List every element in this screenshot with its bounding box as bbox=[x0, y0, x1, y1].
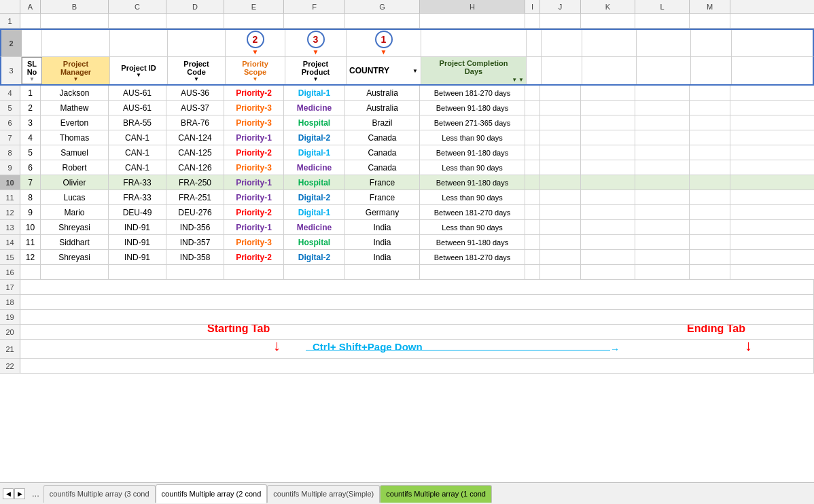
cell-i9[interactable] bbox=[525, 160, 540, 175]
cell-f5[interactable]: Medicine bbox=[284, 101, 345, 115]
cell-a15[interactable]: 12 bbox=[20, 250, 41, 264]
cell-k14[interactable] bbox=[581, 235, 635, 249]
cell-k15[interactable] bbox=[581, 250, 635, 264]
cell-a12[interactable]: 9 bbox=[20, 205, 41, 219]
cell-b13[interactable]: Shreyasi bbox=[41, 220, 109, 234]
cell-l7[interactable] bbox=[635, 130, 690, 145]
cell-i10[interactable] bbox=[525, 175, 540, 190]
cell-g9[interactable]: Canada bbox=[345, 160, 420, 175]
cell-i5[interactable] bbox=[525, 101, 540, 115]
cell-i15[interactable] bbox=[525, 250, 540, 264]
cell-f12[interactable]: Digital-1 bbox=[284, 205, 345, 219]
cell-b6[interactable]: Everton bbox=[41, 115, 109, 130]
cell-e13[interactable]: Priority-1 bbox=[224, 220, 284, 234]
cell-j1[interactable] bbox=[540, 14, 581, 28]
cell-k13[interactable] bbox=[581, 220, 635, 234]
cell-f13[interactable]: Medicine bbox=[284, 220, 345, 234]
cell-d5[interactable]: AUS-37 bbox=[166, 101, 224, 115]
tab-ellipsis[interactable]: ... bbox=[28, 488, 43, 499]
cell-c5[interactable]: AUS-61 bbox=[109, 101, 166, 115]
cell-f9[interactable]: Medicine bbox=[284, 160, 345, 175]
cell-l9[interactable] bbox=[635, 160, 690, 175]
header-slno[interactable]: SLNo ▼ bbox=[22, 57, 42, 84]
cell-a1[interactable] bbox=[20, 14, 41, 28]
cell-b5[interactable]: Mathew bbox=[41, 101, 109, 115]
cell-d14[interactable]: IND-357 bbox=[166, 235, 224, 249]
cell-l5[interactable] bbox=[635, 101, 690, 115]
cell-k4[interactable] bbox=[581, 86, 635, 100]
cell-c10[interactable]: FRA-33 bbox=[109, 175, 166, 190]
col-header-j[interactable]: J bbox=[540, 0, 581, 13]
cell-b8[interactable]: Samuel bbox=[41, 145, 109, 160]
tab-3cond[interactable]: countifs Multiple array (3 cond bbox=[43, 485, 156, 503]
cell-l3[interactable] bbox=[637, 57, 691, 84]
cell-k6[interactable] bbox=[581, 115, 635, 130]
cell-f14[interactable]: Hospital bbox=[284, 235, 345, 249]
cell-i8[interactable] bbox=[525, 145, 540, 160]
cell-c7[interactable]: CAN-1 bbox=[109, 130, 166, 145]
col-header-c[interactable]: C bbox=[109, 0, 166, 13]
cell-b12[interactable]: Mario bbox=[41, 205, 109, 219]
cell-j6[interactable] bbox=[540, 115, 581, 130]
cell-l1[interactable] bbox=[635, 14, 690, 28]
cell-g5[interactable]: Australia bbox=[345, 101, 420, 115]
cell-j4[interactable] bbox=[540, 86, 581, 100]
header-country[interactable]: COUNTRY ▼ bbox=[347, 57, 421, 84]
cell-m13[interactable] bbox=[690, 220, 730, 234]
cell-a6[interactable]: 3 bbox=[20, 115, 41, 130]
cell-a10[interactable]: 7 bbox=[20, 175, 41, 190]
cell-e7[interactable]: Priority-1 bbox=[224, 130, 284, 145]
cell-c12[interactable]: DEU-49 bbox=[109, 205, 166, 219]
cell-g14[interactable]: India bbox=[345, 235, 420, 249]
cell-a13[interactable]: 10 bbox=[20, 220, 41, 234]
cell-m4[interactable] bbox=[690, 86, 730, 100]
cell-i13[interactable] bbox=[525, 220, 540, 234]
cell-h8[interactable]: Between 91-180 days bbox=[420, 145, 525, 160]
cell-m16[interactable] bbox=[690, 265, 730, 279]
cell-m6[interactable] bbox=[690, 115, 730, 130]
cell-f8[interactable]: Digital-1 bbox=[284, 145, 345, 160]
tab-1cond[interactable]: countifs Multiple array (1 cond bbox=[380, 485, 492, 503]
cell-i4[interactable] bbox=[525, 86, 540, 100]
cell-g7[interactable]: Canada bbox=[345, 130, 420, 145]
cell-k1[interactable] bbox=[581, 14, 635, 28]
cell-i12[interactable] bbox=[525, 205, 540, 219]
cell-m7[interactable] bbox=[690, 130, 730, 145]
cell-m1[interactable] bbox=[690, 14, 730, 28]
col-header-d[interactable]: D bbox=[166, 0, 224, 13]
cell-a4[interactable]: 1 bbox=[20, 86, 41, 100]
cell-l8[interactable] bbox=[635, 145, 690, 160]
cell-d2[interactable] bbox=[168, 30, 226, 56]
cell-c2[interactable] bbox=[110, 30, 168, 56]
cell-a8[interactable]: 5 bbox=[20, 145, 41, 160]
cell-l4[interactable] bbox=[635, 86, 690, 100]
header-pid[interactable]: Project ID ▼ bbox=[110, 57, 168, 84]
cell-j11[interactable] bbox=[540, 190, 581, 204]
col-header-g[interactable]: G bbox=[345, 0, 420, 13]
cell-g6[interactable]: Brazil bbox=[345, 115, 420, 130]
cell-d7[interactable]: CAN-124 bbox=[166, 130, 224, 145]
header-pcd[interactable]: Project CompletionDays ▼ ▼ bbox=[421, 57, 527, 84]
cell-i3[interactable] bbox=[527, 57, 542, 84]
cell-m14[interactable] bbox=[690, 235, 730, 249]
cell-a14[interactable]: 11 bbox=[20, 235, 41, 249]
cell-l15[interactable] bbox=[635, 250, 690, 264]
cell-h7[interactable]: Less than 90 days bbox=[420, 130, 525, 145]
cell-c9[interactable]: CAN-1 bbox=[109, 160, 166, 175]
cell-e9[interactable]: Priority-3 bbox=[224, 160, 284, 175]
header-pp[interactable]: ProjectProduct ▼ bbox=[285, 57, 347, 84]
cell-k11[interactable] bbox=[581, 190, 635, 204]
cell-g16[interactable] bbox=[345, 265, 420, 279]
cell-l14[interactable] bbox=[635, 235, 690, 249]
tab-2cond-active[interactable]: countifs Multiple array (2 cond bbox=[156, 484, 268, 503]
cell-h6[interactable]: Between 271-365 days bbox=[420, 115, 525, 130]
cell-c8[interactable]: CAN-1 bbox=[109, 145, 166, 160]
cell-e8[interactable]: Priority-2 bbox=[224, 145, 284, 160]
cell-b10[interactable]: Olivier bbox=[41, 175, 109, 190]
cell-b1[interactable] bbox=[41, 14, 109, 28]
cell-b15[interactable]: Shreyasi bbox=[41, 250, 109, 264]
cell-i6[interactable] bbox=[525, 115, 540, 130]
cell-g4[interactable]: Australia bbox=[345, 86, 420, 100]
cell-e10[interactable]: Priority-1 bbox=[224, 175, 284, 190]
cell-g11[interactable]: France bbox=[345, 190, 420, 204]
